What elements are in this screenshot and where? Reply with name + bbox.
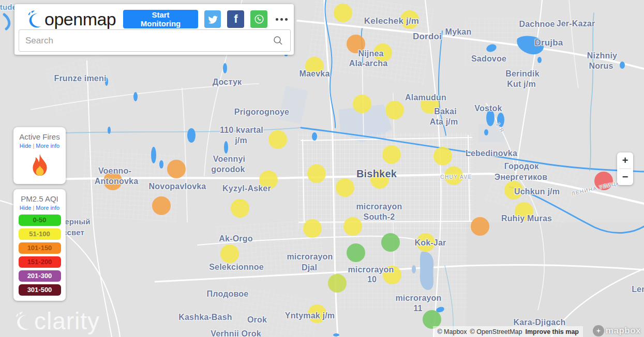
facebook-icon: f xyxy=(234,12,237,26)
aqi-marker[interactable] xyxy=(307,164,326,183)
aqi-marker[interactable] xyxy=(421,95,439,114)
twitter-button[interactable] xyxy=(204,10,221,28)
openmap-logo-text: openmap xyxy=(44,9,116,29)
aqi-marker[interactable] xyxy=(382,145,401,164)
aqi-marker[interactable] xyxy=(220,244,239,263)
mapbox-logo[interactable]: mapbox xyxy=(593,325,641,336)
aqi-marker[interactable] xyxy=(433,147,452,165)
aqi-marker[interactable] xyxy=(444,166,463,185)
active-fires-title: Active Fires xyxy=(13,132,66,141)
aqi-marker[interactable] xyxy=(268,130,287,149)
active-fires-hide-link[interactable]: Hide xyxy=(20,143,32,149)
whatsapp-icon xyxy=(253,13,265,25)
aqi-marker[interactable] xyxy=(259,171,278,189)
aqi-marker[interactable] xyxy=(373,43,392,62)
zoom-controls: + − xyxy=(617,152,633,185)
aqi-marker[interactable] xyxy=(103,172,122,190)
aqi-legend-card: PM2.5 AQI Hide|More info 0-5051-100101-1… xyxy=(13,189,66,301)
more-options-button[interactable] xyxy=(275,15,289,24)
aqi-marker[interactable] xyxy=(336,178,354,197)
mapbox-attribution: © Mapbox xyxy=(437,328,467,335)
aqi-marker[interactable] xyxy=(334,4,352,22)
zoom-in-button[interactable]: + xyxy=(617,152,633,168)
aqi-marker[interactable] xyxy=(383,266,401,284)
aqi-marker[interactable] xyxy=(347,35,365,53)
aqi-marker[interactable] xyxy=(167,160,186,178)
search-input[interactable] xyxy=(19,36,273,46)
aqi-marker[interactable] xyxy=(400,10,419,29)
mapbox-logo-icon xyxy=(593,325,604,336)
openmap-logo[interactable]: openmap xyxy=(24,8,116,30)
aqi-legend-item: 301-500 xyxy=(19,284,61,296)
aqi-legend-item: 101-150 xyxy=(19,242,61,254)
aqi-marker[interactable] xyxy=(353,95,371,113)
aqi-marker[interactable] xyxy=(381,233,400,252)
facebook-button[interactable]: f xyxy=(227,10,244,28)
openmap-logo-icon xyxy=(24,8,43,30)
aqi-marker[interactable] xyxy=(347,243,365,262)
aqi-marker[interactable] xyxy=(303,219,322,238)
aqi-marker[interactable] xyxy=(152,196,171,215)
search-icon[interactable] xyxy=(273,35,284,47)
aqi-marker[interactable] xyxy=(504,181,523,200)
aqi-legend-item: 151-200 xyxy=(19,256,61,268)
mapbox-logo-text: mapbox xyxy=(606,326,641,336)
aqi-legend-more-info-link[interactable]: More info xyxy=(36,205,59,211)
aqi-marker[interactable] xyxy=(328,274,347,293)
aqi-marker[interactable] xyxy=(471,217,489,236)
fire-icon xyxy=(13,153,66,180)
start-monitoring-button[interactable]: Start Monitoring xyxy=(123,10,198,28)
aqi-marker[interactable] xyxy=(385,101,404,119)
aqi-marker[interactable] xyxy=(231,199,249,218)
map-attribution: © Mapbox © OpenStreetMap Improve this ma… xyxy=(433,326,583,337)
active-fires-card: Active Fires Hide|More info xyxy=(13,127,66,184)
zoom-out-button[interactable]: − xyxy=(617,169,633,185)
aqi-legend-item: 51-100 xyxy=(19,228,61,240)
aqi-legend-item: 201-300 xyxy=(19,270,61,282)
aqi-legend-items: 0-5051-100101-150151-200201-300301-500 xyxy=(13,215,66,296)
improve-this-map-link[interactable]: Improve this map xyxy=(526,328,579,335)
aqi-marker[interactable] xyxy=(416,233,435,252)
osm-attribution: © OpenStreetMap xyxy=(470,328,522,335)
aqi-marker[interactable] xyxy=(343,217,362,236)
active-fires-more-info-link[interactable]: More info xyxy=(36,143,59,149)
whatsapp-button[interactable] xyxy=(250,10,267,28)
aqi-marker[interactable] xyxy=(594,172,613,190)
header-card: openmap Start Monitoring f xyxy=(14,4,294,55)
aqi-marker[interactable] xyxy=(515,202,533,221)
aqi-marker[interactable] xyxy=(305,57,324,75)
twitter-icon xyxy=(207,14,218,24)
aqi-legend-item: 0-50 xyxy=(19,215,61,226)
aqi-marker[interactable] xyxy=(308,304,326,323)
aqi-marker[interactable] xyxy=(370,170,389,189)
aqi-legend-hide-link[interactable]: Hide xyxy=(20,205,32,211)
search-box xyxy=(19,29,291,52)
aqi-legend-title: PM2.5 AQI xyxy=(13,194,66,203)
